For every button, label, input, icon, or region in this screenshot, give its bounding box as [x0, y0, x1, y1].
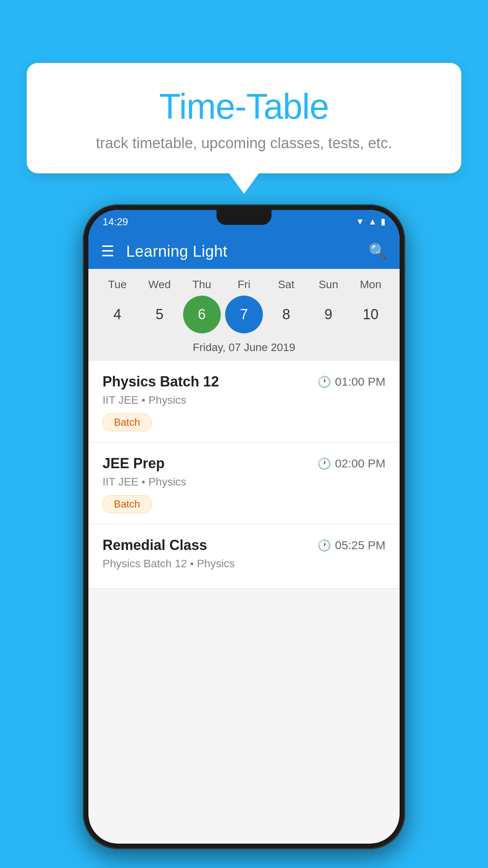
schedule-item-3-header: Remedial Class 🕐 05:25 PM	[103, 537, 385, 554]
schedule-item-2[interactable]: JEE Prep 🕐 02:00 PM IIT JEE • Physics Ba…	[88, 443, 400, 524]
status-bar: 14:29 ▼ ▲ ▮	[88, 210, 400, 234]
search-icon[interactable]: 🔍	[369, 243, 387, 260]
day-header-sat: Sat	[267, 278, 305, 291]
clock-icon-3: 🕐	[317, 539, 331, 552]
schedule-meta-2: IIT JEE • Physics	[103, 476, 385, 488]
batch-badge-2: Batch	[103, 495, 152, 513]
schedule-item-1[interactable]: Physics Batch 12 🕐 01:00 PM IIT JEE • Ph…	[88, 361, 400, 443]
menu-icon[interactable]: ☰	[101, 243, 114, 260]
signal-icon: ▲	[368, 217, 377, 227]
schedule-item-1-header: Physics Batch 12 🕐 01:00 PM	[103, 373, 385, 390]
day-header-mon: Mon	[352, 278, 389, 291]
bubble-title: Time-Table	[46, 86, 442, 127]
day-9[interactable]: 9	[310, 296, 347, 333]
schedule-time-2: 🕐 02:00 PM	[317, 457, 385, 470]
day-5[interactable]: 5	[141, 296, 178, 333]
schedule-meta-1: IIT JEE • Physics	[103, 394, 385, 406]
day-4[interactable]: 4	[99, 296, 136, 333]
app-bar: ☰ Learning Light 🔍	[88, 234, 400, 269]
phone-frame: 14:29 ▼ ▲ ▮ ☰ Learning Light 🔍 Tue Wed T…	[83, 204, 405, 849]
day-6-today[interactable]: 6	[183, 296, 221, 333]
day-header-thu: Thu	[183, 278, 221, 291]
day-numbers: 4 5 6 7 8 9 10	[88, 294, 400, 340]
clock-icon-1: 🕐	[317, 375, 331, 388]
speech-bubble-card: Time-Table track timetable, upcoming cla…	[27, 63, 461, 173]
schedule-list: Physics Batch 12 🕐 01:00 PM IIT JEE • Ph…	[88, 361, 400, 588]
status-time: 14:29	[103, 216, 128, 228]
calendar-section: Tue Wed Thu Fri Sat Sun Mon 4 5 6 7 8 9 …	[88, 269, 400, 361]
schedule-title-1: Physics Batch 12	[103, 373, 219, 390]
day-header-sun: Sun	[310, 278, 347, 291]
schedule-time-3: 🕐 05:25 PM	[317, 539, 385, 552]
phone-screen: 14:29 ▼ ▲ ▮ ☰ Learning Light 🔍 Tue Wed T…	[88, 210, 400, 844]
app-title: Learning Light	[126, 243, 357, 260]
schedule-item-2-header: JEE Prep 🕐 02:00 PM	[103, 455, 385, 472]
day-10[interactable]: 10	[352, 296, 389, 333]
day-header-tue: Tue	[99, 278, 136, 291]
schedule-item-3[interactable]: Remedial Class 🕐 05:25 PM Physics Batch …	[88, 524, 400, 588]
schedule-title-3: Remedial Class	[103, 537, 207, 554]
schedule-meta-3: Physics Batch 12 • Physics	[103, 557, 385, 570]
status-icons: ▼ ▲ ▮	[356, 217, 385, 227]
schedule-time-1: 🕐 01:00 PM	[317, 375, 385, 388]
day-headers: Tue Wed Thu Fri Sat Sun Mon	[88, 274, 400, 294]
day-8[interactable]: 8	[267, 296, 305, 333]
selected-date-label: Friday, 07 June 2019	[88, 340, 400, 361]
schedule-title-2: JEE Prep	[103, 455, 165, 472]
day-header-fri: Fri	[225, 278, 263, 291]
bubble-subtitle: track timetable, upcoming classes, tests…	[46, 135, 442, 152]
wifi-icon: ▼	[356, 217, 364, 227]
batch-badge-1: Batch	[103, 414, 152, 431]
day-7-selected[interactable]: 7	[225, 296, 263, 333]
day-header-wed: Wed	[141, 278, 178, 291]
battery-icon: ▮	[381, 217, 385, 227]
clock-icon-2: 🕐	[317, 457, 331, 470]
